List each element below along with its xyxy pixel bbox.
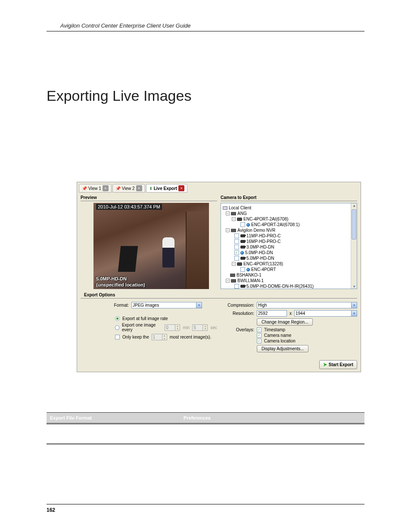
- doc-header-text: Avigilon Control Center Enterprise Clien…: [60, 22, 191, 29]
- channel-icon: [246, 268, 250, 271]
- tree-cam-5mp-a[interactable]: ✓5.0MP-HD-DN: [223, 250, 355, 255]
- preview-scene-building: [186, 212, 209, 289]
- tree-label: BWILLMAN-1: [237, 278, 264, 283]
- display-adjustments-button[interactable]: Display Adjustments...: [257, 345, 308, 352]
- checkbox[interactable]: [234, 245, 239, 249]
- sec-input[interactable]: [192, 324, 202, 331]
- tab-view1[interactable]: 📌 View 1 ×: [79, 184, 112, 193]
- checkbox[interactable]: [234, 233, 239, 238]
- dropdown-icon[interactable]: ▾: [196, 302, 202, 308]
- tree-label: ENC-4PORT-2AI(6708:1): [251, 222, 300, 227]
- close-icon[interactable]: ×: [136, 185, 142, 191]
- tab-live-export-label: Live Export: [154, 186, 177, 191]
- tree-bwillman[interactable]: −BWILLMAN-1: [223, 278, 355, 283]
- resolution-x: x: [290, 311, 292, 316]
- preview-scene-sign: [118, 246, 138, 272]
- tree-cam-3mp[interactable]: 3.0MP-HD-DN: [223, 244, 355, 250]
- tree-enc2[interactable]: −ENC-4PORT(13228): [223, 261, 355, 267]
- table-header-format: Export File Format: [47, 413, 180, 424]
- checkbox[interactable]: [234, 239, 239, 244]
- keep-input[interactable]: [152, 334, 162, 340]
- collapse-icon[interactable]: −: [226, 228, 230, 232]
- tree-scrollbar[interactable]: [351, 203, 357, 289]
- preview-camera-name: 5.0MP-HD-DN: [96, 276, 127, 281]
- preview-timestamp: 2010-Jul-12 03:43:57.374 PM: [96, 204, 162, 210]
- checkbox[interactable]: [234, 256, 239, 261]
- radio-full-rate[interactable]: [115, 316, 120, 321]
- checkbox[interactable]: [234, 284, 239, 289]
- checkbox[interactable]: [240, 222, 245, 227]
- preview-scene-person: [162, 237, 174, 268]
- tree-cam-5mp-b[interactable]: 5.0MP-HD-DN: [223, 255, 355, 261]
- format-select[interactable]: ▾: [131, 302, 202, 308]
- tree-label: Avigilon Demo NVR: [237, 227, 275, 233]
- keep-spinner[interactable]: ▲▼: [152, 334, 167, 340]
- start-export-button[interactable]: ➤ Start Export: [319, 360, 357, 369]
- server-icon: [231, 212, 236, 215]
- tree-cam-11mp[interactable]: 11MP-HD-PRO-C: [223, 233, 355, 239]
- preview-image: 2010-Jul-12 03:43:57.374 PM 5.0MP-HD-DN …: [93, 203, 209, 289]
- tree-local-client[interactable]: Local Client: [223, 205, 355, 211]
- collapse-icon[interactable]: −: [232, 217, 236, 221]
- live-export-dialog: 📌 View 1 × 📌 View 2 × ⬇ Live Export × P: [77, 182, 361, 372]
- tree-label: ANG: [237, 211, 247, 216]
- tab-view2[interactable]: 📌 View 2 ×: [112, 184, 145, 193]
- tree-dome[interactable]: 5.0MP-HD-DOME-DN-H-IR(26431): [223, 283, 355, 289]
- tree-label: 11MP-HD-PRO-C: [246, 233, 280, 239]
- change-image-region-button[interactable]: Change Image Region...: [257, 318, 313, 326]
- camera-tree[interactable]: Local Client −ANG −ENC-4PORT-2AI(6708) E…: [221, 203, 357, 289]
- compression-value[interactable]: [257, 302, 351, 308]
- tree-cam-16mp[interactable]: 16MP-HD-PRO-C: [223, 239, 355, 244]
- collapse-icon[interactable]: −: [226, 279, 230, 283]
- dropdown-icon[interactable]: ▾: [351, 310, 357, 317]
- min-spinner[interactable]: ▲▼: [165, 324, 180, 331]
- encoder-icon: [237, 218, 242, 221]
- overlay-timestamp-checkbox[interactable]: ✓: [257, 327, 262, 332]
- compression-select[interactable]: ▾: [257, 302, 357, 308]
- overlays-label: Overlays:: [222, 327, 254, 332]
- resolution-width[interactable]: [257, 310, 287, 317]
- camera-icon: [240, 246, 245, 249]
- channel-icon: [240, 251, 244, 255]
- close-icon[interactable]: ×: [178, 185, 184, 191]
- export-icon: ⬇: [149, 186, 153, 191]
- camera-icon: [240, 240, 245, 243]
- preview-panel-title: Preview: [81, 194, 217, 201]
- scrollbar-thumb[interactable]: [352, 209, 356, 240]
- format-value[interactable]: [131, 302, 196, 308]
- overlay-camera-name-checkbox[interactable]: ✓: [257, 333, 262, 338]
- sec-spinner[interactable]: ▲▼: [192, 324, 208, 331]
- tree-ang[interactable]: −ANG: [223, 211, 355, 216]
- channel-icon: [246, 223, 250, 227]
- close-icon[interactable]: ×: [103, 185, 109, 191]
- collapse-icon[interactable]: −: [226, 212, 230, 215]
- camera-icon: [240, 257, 245, 260]
- min-input[interactable]: [165, 324, 175, 331]
- step-1: 1. Open the Live Export tab. For more in…: [67, 144, 364, 154]
- tree-label: 16MP-HD-PRO-C: [246, 239, 280, 244]
- resolution-height[interactable]: [294, 310, 351, 317]
- collapse-icon[interactable]: −: [232, 262, 236, 266]
- pin-icon: 📌: [115, 186, 121, 191]
- camera-icon: [240, 285, 245, 288]
- checkbox[interactable]: [240, 267, 245, 272]
- tree-enc1a[interactable]: ENC-4PORT-2AI(6708:1): [223, 222, 355, 227]
- tree-enc1[interactable]: −ENC-4PORT-2AI(6708): [223, 216, 355, 222]
- only-keep-checkbox[interactable]: [115, 335, 120, 339]
- table-header-prefs: Preferences: [180, 413, 364, 424]
- tree-demo-nvr[interactable]: −Avigilon Demo NVR: [223, 227, 355, 233]
- play-icon: ➤: [323, 362, 327, 367]
- radio-full-rate-label: Export at full image rate: [122, 316, 168, 321]
- radio-every[interactable]: [115, 325, 119, 330]
- resolution-height-select[interactable]: ▾: [294, 310, 357, 317]
- tab-live-export[interactable]: ⬇ Live Export ×: [146, 184, 187, 193]
- tree-label: BSHANKO-1: [237, 272, 262, 278]
- pin-icon: 📌: [82, 186, 87, 191]
- overlay-camera-location-checkbox[interactable]: ✓: [257, 339, 262, 343]
- tree-bshanko[interactable]: BSHANKO-1: [223, 272, 355, 278]
- tree-label: Local Client: [229, 205, 251, 211]
- tree-enc2a[interactable]: ENC-4PORT: [223, 267, 355, 272]
- checkbox-checked[interactable]: ✓: [234, 250, 239, 255]
- camera-icon: [240, 234, 245, 237]
- dropdown-icon[interactable]: ▾: [351, 302, 357, 308]
